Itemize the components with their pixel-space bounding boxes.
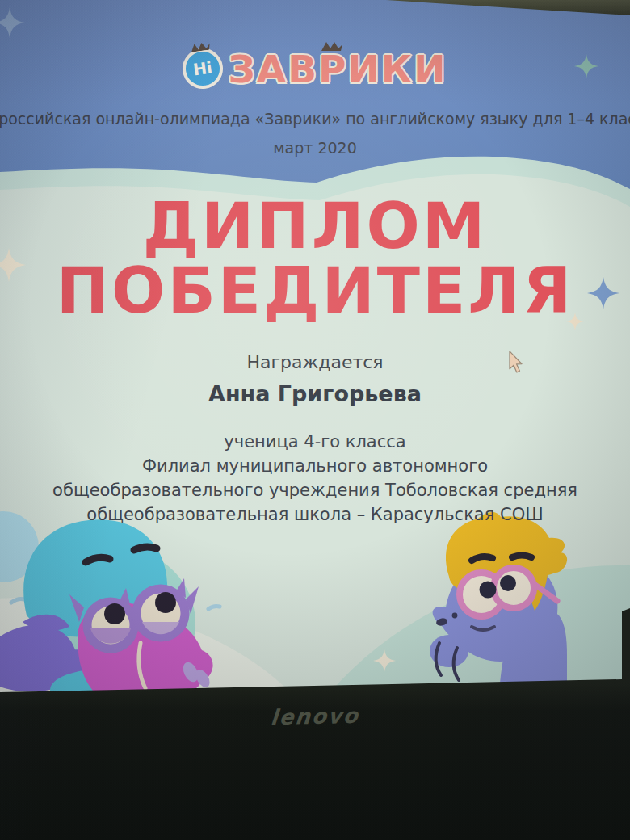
arrow-cursor-icon [506, 351, 524, 373]
pink-owl-pupil [155, 592, 176, 613]
recipient-details: ученица 4-го класса Филиал муниципальног… [0, 430, 630, 527]
crown-icon [191, 42, 211, 52]
zavriki-logo: Hi ЗАВРИКИ [0, 40, 630, 97]
pink-owl-pupil [104, 603, 125, 624]
hi-circle-badge-icon: Hi [180, 46, 225, 91]
detail-line: Филиал муниципального автономного [0, 454, 630, 478]
award-label: Награждается [0, 352, 630, 372]
photo-of-laptop-screen: Hi ЗАВРИКИ Всероссийская онлайн-олимпиад… [0, 0, 630, 840]
olympiad-date: март 2020 [0, 139, 630, 157]
diploma-title: ДИПЛОМ ПОБЕДИТЕЛЯ [0, 194, 630, 323]
detail-line: общеобразовательная школа – Карасульская… [0, 502, 630, 527]
crown-icon [321, 42, 342, 51]
olympiad-subtitle: Всероссийская онлайн-олимпиада «Заврики»… [0, 110, 630, 128]
diploma-title-line2: ПОБЕДИТЕЛЯ [0, 258, 630, 323]
detail-line: ученица 4-го класса [0, 430, 630, 454]
diploma-title-line1: ДИПЛОМ [0, 194, 630, 258]
logo-hi-label: Hi [192, 57, 214, 79]
lenovo-logo: lenovo [242, 703, 389, 730]
recipient-name: Анна Григорьева [0, 381, 630, 406]
certificate-illustration [0, 0, 630, 695]
logo-brand-text: ЗАВРИКИ [228, 47, 447, 91]
detail-line: общеобразовательного учреждения Тоболовс… [0, 478, 630, 502]
dino-pupil [480, 582, 497, 598]
dino-pupil [500, 575, 516, 591]
dino-nostril [452, 613, 458, 619]
